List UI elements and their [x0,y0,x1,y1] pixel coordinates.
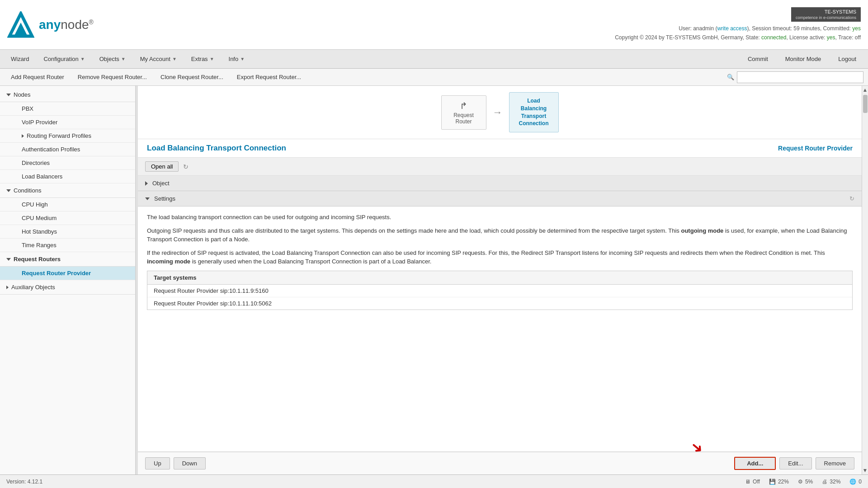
scrollbar-down-arrow[interactable]: ▼ [863,467,868,474]
right-scrollbar[interactable]: ▲ ▼ [862,86,868,474]
status-disk: 🖨 32% [822,479,840,485]
remove-request-router-btn[interactable]: Remove Request Router... [71,71,153,83]
flow-node-label: RequestRouter [449,112,479,125]
sidebar-item-load-balancers[interactable]: Load Balancers [0,170,135,183]
description-1: The load balancing transport connection … [147,213,853,222]
sidebar-item-time-ranges[interactable]: Time Ranges [0,239,135,252]
status-memory: ⚙ 5% [798,479,813,485]
search-area: 🔍 [727,71,863,83]
monitor-label: Off [753,479,760,485]
sidebar-group-request-routers-header[interactable]: Request Routers [0,252,135,267]
memory-label: 5% [805,479,813,485]
sidebar-item-hot-standbys[interactable]: Hot Standbys [0,225,135,239]
nav-extras[interactable]: Extras ▼ [185,52,221,66]
flow-node-active-label: LoadBalancingTransportConnection [517,97,551,127]
nav-objects[interactable]: Objects ▼ [93,52,132,66]
settings-section-body: The load balancing transport connection … [138,206,862,452]
object-section-label: Object [152,180,170,187]
scrollbar-up-arrow[interactable]: ▲ [863,87,868,93]
nav-info[interactable]: Info ▼ [222,52,251,66]
flow-node-load-balancing[interactable]: LoadBalancingTransportConnection [509,92,559,132]
cpu-icon: 💾 [769,479,776,485]
add-button-container: ➜ Add... [734,457,776,470]
flow-node-icon: ↱ [449,100,479,111]
sidebar-item-routing-forward[interactable]: Routing Forward Profiles [0,129,135,143]
object-expand-icon [145,181,148,186]
sidebar-group-conditions-header[interactable]: Conditions [0,183,135,198]
auxiliary-expand-icon [6,286,9,289]
sidebar-group-auxiliary-header[interactable]: Auxiliary Objects [0,280,135,295]
header: anynode® TE-SYSTEMS competence in e-comm… [0,0,868,50]
header-info: User: anadmin (write access), Session ti… [615,24,861,42]
disk-icon: 🖨 [822,479,827,485]
nav-logout[interactable]: Logout [831,53,863,65]
down-button[interactable]: Down [174,457,206,469]
alerts-icon: 🌐 [849,479,856,485]
logo-area: anynode® [7,11,94,38]
settings-section-header-left: Settings [145,195,175,202]
search-input[interactable] [737,71,863,83]
settings-refresh-icon[interactable]: ↻ [849,195,854,202]
memory-icon: ⚙ [798,479,803,485]
nav-commit[interactable]: Commit [741,53,775,65]
routing-forward-expand-icon [22,134,24,138]
disk-label: 32% [830,479,840,485]
nav-monitor-mode[interactable]: Monitor Mode [778,53,828,65]
nav-configuration[interactable]: Configuration ▼ [37,52,91,66]
up-button[interactable]: Up [145,457,170,469]
outgoing-mode-bold: outgoing mode [681,227,723,234]
export-request-router-btn[interactable]: Export Request Router... [231,71,307,83]
sidebar-item-request-router-provider[interactable]: Request Router Provider [0,267,135,280]
open-all-button[interactable]: Open all [145,161,179,172]
refresh-icon[interactable]: ↻ [183,163,189,170]
sidebar-group-nodes-header[interactable]: Nodes [0,88,135,102]
sidebar-item-directories[interactable]: Directories [0,156,135,170]
conditions-expand-icon [6,189,11,192]
nav-myaccount-arrow: ▼ [172,56,177,61]
sidebar-item-cpu-high[interactable]: CPU High [0,198,135,211]
sidebar-item-auth-profiles[interactable]: Authentication Profiles [0,143,135,156]
sidebar-group-nodes: Nodes PBX VoIP Provider Routing Forward … [0,88,135,183]
edit-button[interactable]: Edit... [779,457,811,469]
nav-configuration-arrow: ▼ [80,56,85,61]
description-3: If the redirection of SIP request is act… [147,249,853,266]
sidebar: Nodes PBX VoIP Provider Routing Forward … [0,86,136,474]
clone-request-router-btn[interactable]: Clone Request Router... [154,71,230,83]
description-2: Outgoing SIP requests and thus calls are… [147,226,853,244]
nav-extras-arrow: ▼ [210,56,214,61]
statusbar-right: 🖥 Off 💾 22% ⚙ 5% 🖨 32% 🌐 0 [745,479,862,485]
sidebar-item-pbx[interactable]: PBX [0,102,135,116]
add-request-router-btn[interactable]: Add Request Router [5,71,71,83]
auxiliary-label: Auxiliary Objects [11,284,55,291]
write-access-link[interactable]: write access [717,25,747,32]
section-title: Load Balancing Transport Connection [147,144,286,153]
nav-wizard[interactable]: Wizard [5,52,35,66]
nav-info-arrow: ▼ [240,56,245,61]
remove-button[interactable]: Remove [816,457,854,469]
sidebar-item-cpu-medium[interactable]: CPU Medium [0,211,135,225]
sidebar-group-request-routers: Request Routers Request Router Provider [0,252,135,280]
nav-my-account[interactable]: My Account ▼ [134,52,183,66]
logo-text: anynode® [39,18,94,32]
object-section-header[interactable]: Object [138,176,862,191]
request-routers-label: Request Routers [14,256,61,263]
incoming-mode-bold: incoming mode [147,258,190,265]
sidebar-item-voip-provider[interactable]: VoIP Provider [0,116,135,129]
logo-icon [7,11,34,38]
settings-section-header[interactable]: Settings ↻ [138,191,862,206]
statusbar: Version: 4.12.1 🖥 Off 💾 22% ⚙ 5% 🖨 32% 🌐… [0,474,868,488]
te-systems-badge: TE-SYSTEMS competence in e-communication… [791,7,861,22]
navbar-right: Commit Monitor Mode Logout [741,53,863,65]
nodes-label: Nodes [14,91,31,98]
open-all-bar: Open all ↻ [138,158,862,176]
scrollbar-thumb[interactable] [863,95,868,113]
add-button[interactable]: Add... [734,457,776,470]
section-title-bar: Load Balancing Transport Connection Requ… [138,139,862,158]
section-subtitle: Request Router Provider [778,145,853,152]
flow-node-request-router[interactable]: ↱ RequestRouter [441,95,486,130]
sidebar-group-auxiliary: Auxiliary Objects [0,280,135,295]
action-buttons-bar: Up Down ➜ Add... Edit... Remove [138,452,862,474]
status-monitor: 🖥 Off [745,479,760,485]
header-right: TE-SYSTEMS competence in e-communication… [615,7,861,42]
nav-objects-arrow: ▼ [121,56,126,61]
